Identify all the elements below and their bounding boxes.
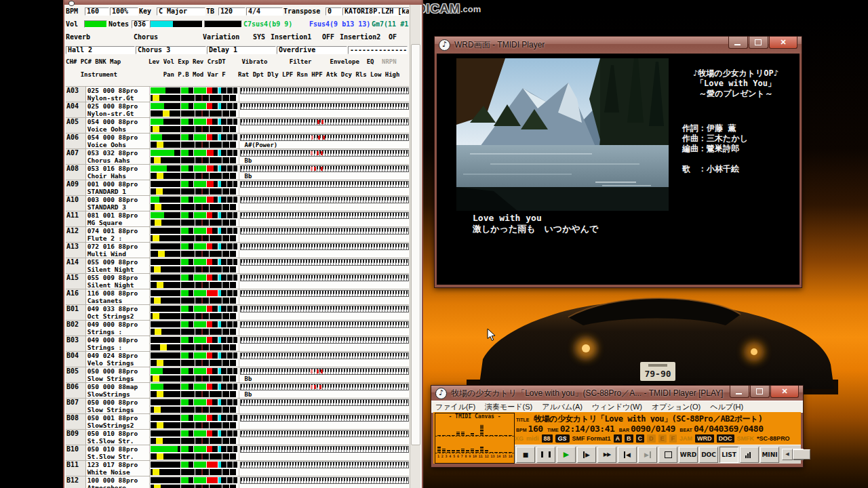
meter-lev-fill [151, 103, 164, 109]
channel-list-scrollbar[interactable] [410, 5, 420, 488]
transport-wrd-button[interactable]: WRD [679, 447, 698, 463]
close-button[interactable]: ✕ [770, 386, 799, 398]
menu-item[interactable]: 演奏モード(S) [485, 402, 532, 412]
meter-extra3 [222, 313, 229, 319]
meter-vol [181, 181, 193, 187]
transport-play-button[interactable]: ▶ [557, 447, 576, 463]
transport-list-button[interactable]: LIST [719, 447, 738, 463]
channel-row[interactable]: A10003 000 88proSTANDARD 3 [66, 196, 409, 211]
channel-row[interactable]: B04049 024 88proVelo Strings [66, 352, 409, 367]
meter-var [210, 313, 222, 319]
channel-row[interactable]: A16116 008 88proCastanets [66, 289, 409, 305]
transport-ffwd-button[interactable]: ▶▶ [597, 447, 616, 463]
wrd-titlebar[interactable]: ♪ WRD画面 - TMIDI Player ✕ [435, 37, 802, 54]
meter-pb [181, 360, 195, 366]
meter-line-bottom [151, 484, 238, 488]
channel-scrollbar-thumb[interactable] [411, 44, 420, 445]
seek-thumb[interactable] [793, 449, 810, 460]
canvas-level-segment [480, 447, 484, 448]
transport-pause-button[interactable] [536, 447, 555, 463]
channel-row[interactable]: A04025 000 88proNylon-str.Gt [66, 102, 409, 118]
maximize-button[interactable] [749, 37, 768, 49]
channel-window-titlebar[interactable] [64, 0, 422, 5]
canvas-level-segment [509, 452, 512, 453]
channel-row[interactable]: B05050 000 88proSlow StringsBb [66, 367, 409, 383]
channel-row[interactable]: B10050 010 88proSt.Slow Str. [66, 445, 409, 461]
meter-line-top [151, 430, 238, 437]
channel-row[interactable]: A14055 009 88proSilent Night [66, 258, 409, 274]
meter-extra3 [222, 329, 229, 335]
transport-box-button[interactable] [658, 447, 677, 463]
channel-row[interactable]: B06050 000 88mapSlowStringsBb [66, 383, 409, 399]
meter-dt [218, 243, 226, 249]
transport-mini-button[interactable]: MINI [760, 447, 779, 463]
minimize-button[interactable] [730, 386, 749, 398]
meter-vol [181, 430, 193, 436]
meter-pan [151, 157, 180, 163]
menu-item[interactable]: ヘルプ(H) [710, 402, 743, 412]
maximize-button[interactable] [750, 386, 770, 398]
canvas-level-segment [466, 435, 469, 436]
channel-instrument: 049 024 88proVelo Strings [86, 352, 150, 367]
channel-row[interactable]: A08053 016 88proChoir HahsBb [66, 165, 409, 180]
channel-row[interactable]: B09050 010 88proSt.Slow Str. [66, 430, 409, 445]
meter-vol-fill [181, 399, 189, 405]
channel-row[interactable]: A15055 009 88proSilent Night [66, 274, 409, 289]
channel-row[interactable]: A06054 000 88proVoice OohsA#(Power) [66, 134, 409, 149]
channel-meters [150, 180, 239, 195]
meter-dt [218, 290, 226, 296]
channel-row[interactable]: B12100 000 88proAtmosphere [66, 476, 409, 488]
bar-label: BAR [619, 428, 629, 432]
indicator-line: XGmidi88GSSMF Format1ABCDEFJAMWRDDOCSMFK… [515, 434, 801, 443]
meter-extra4 [230, 375, 236, 382]
channel-row[interactable]: A07053 032 88proChorus AahsBb [66, 149, 409, 165]
menu-item[interactable]: ファイル(F) [435, 402, 475, 412]
channel-instrument: 050 001 88proSlowStrings2 [86, 414, 150, 429]
channel-row[interactable]: A11081 001 88proMG Square [66, 211, 409, 227]
step-icon: ▶ [583, 451, 590, 458]
channel-row[interactable]: B07050 000 88proSlow Strings [66, 399, 409, 414]
menu-item[interactable]: ウィンドウ(W) [592, 402, 642, 412]
channel-patch: 050 000 88map [87, 383, 149, 390]
channel-row[interactable]: B11123 017 88proWhite Noise [66, 461, 409, 476]
seek-left-arrow[interactable]: ◀ [782, 449, 793, 460]
active-note [311, 136, 313, 140]
seek-scrollbar[interactable]: ◀▶ [782, 449, 804, 460]
channel-meters [150, 383, 239, 398]
transport-graph-button[interactable] [740, 447, 759, 463]
channel-patch: 123 017 88pro [87, 461, 149, 468]
player-titlebar[interactable]: ♪ 牧場の少女カトリ「Love with you」(SC-88Pro／A... … [431, 386, 803, 401]
minimize-button[interactable] [728, 37, 748, 49]
channel-row[interactable]: A03025 000 88proNylon-str.Gt [66, 87, 409, 102]
meter-dt-fill [218, 119, 221, 125]
channel-row[interactable]: A12074 001 88proFlute 2 : [66, 227, 409, 243]
meter-exp [194, 290, 206, 296]
bpm-row-segment: 4/4 [246, 7, 283, 16]
transport-next-button[interactable]: ▶ [638, 447, 657, 463]
channel-row[interactable]: B02049 000 88proStrings : [66, 321, 409, 336]
channel-row[interactable]: A13072 016 88proMulti Wind [66, 243, 409, 258]
meter-dt-fill [218, 165, 221, 171]
channel-row[interactable]: A05054 000 88proVoice Oohs [66, 118, 409, 134]
status-rows: BPM160100%KeyC MajorTB1204/4Transpose0KA… [66, 7, 409, 85]
menu-item[interactable]: オプション(O) [652, 402, 701, 412]
meter-pan-pos [157, 142, 163, 148]
close-button[interactable]: ✕ [769, 37, 797, 49]
channel-name: STANDARD 3 [87, 203, 149, 211]
channel-row[interactable]: B01049 033 88proOct Strings2 [66, 305, 409, 321]
channel-row[interactable]: B08050 001 88proSlowStrings2 [66, 414, 409, 430]
lyric-line: Love with you [473, 213, 598, 224]
meter-vol [181, 477, 193, 483]
meter-exp [194, 477, 206, 483]
transport-stop-button[interactable]: ■ [516, 447, 535, 463]
channel-row[interactable]: B03049 000 88proStrings : [66, 336, 409, 352]
transport-prev-button[interactable]: ◀ [618, 447, 637, 463]
transport-step-button[interactable]: ▶ [577, 447, 596, 463]
meter-exp [194, 368, 206, 374]
graph-bar [747, 453, 749, 458]
menu-item[interactable]: アルバム(A) [542, 402, 583, 412]
transport-doc-button[interactable]: DOC [699, 447, 718, 463]
canvas-level-segment [480, 428, 484, 430]
channel-id: A16 [66, 289, 86, 304]
channel-row[interactable]: A09001 000 88proSTANDARD 1 [66, 180, 409, 196]
